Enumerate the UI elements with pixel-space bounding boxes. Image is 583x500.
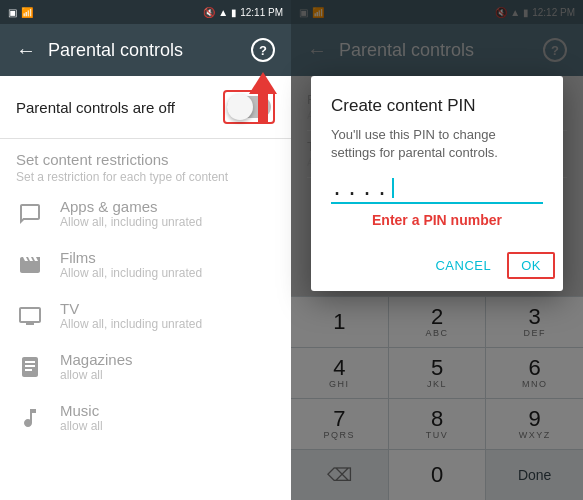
magazines-subtitle: allow all — [60, 368, 275, 382]
dialog-actions: CANCEL OK — [311, 244, 563, 291]
pin-input-row: .... — [331, 176, 543, 204]
apps-games-title: Apps & games — [60, 198, 275, 215]
right-panel: ▣ 📶 🔇 ▲ ▮ 12:12 PM ← Parental controls ?… — [291, 0, 583, 500]
dialog-title: Create content PIN — [331, 96, 543, 116]
mute-icon: 🔇 — [203, 7, 215, 18]
pin-cursor — [392, 178, 394, 198]
pin-dots: .... — [331, 176, 391, 200]
section-subtitle: Set a restriction for each type of conte… — [16, 170, 275, 184]
tv-text: TV Allow all, including unrated — [60, 300, 275, 331]
music-subtitle: allow all — [60, 419, 275, 433]
apps-games-text: Apps & games Allow all, including unrate… — [60, 198, 275, 229]
list-item-films[interactable]: Films Allow all, including unrated — [0, 239, 291, 290]
apps-games-subtitle: Allow all, including unrated — [60, 215, 275, 229]
battery-icon: ▮ — [231, 7, 237, 18]
left-status-bar: ▣ 📶 🔇 ▲ ▮ 12:11 PM — [0, 0, 291, 24]
apps-games-icon — [16, 200, 44, 228]
status-icons: ▣ 📶 — [8, 7, 33, 18]
content-restrictions-section: Set content restrictions Set a restricti… — [0, 139, 291, 188]
music-icon — [16, 404, 44, 432]
films-title: Films — [60, 249, 275, 266]
toggle-label: Parental controls are off — [16, 99, 175, 116]
list-item-tv[interactable]: TV Allow all, including unrated — [0, 290, 291, 341]
help-button[interactable]: ? — [251, 38, 275, 62]
tv-title: TV — [60, 300, 275, 317]
status-right: 🔇 ▲ ▮ 12:11 PM — [203, 7, 283, 18]
music-text: Music allow all — [60, 402, 275, 433]
section-title: Set content restrictions — [16, 151, 275, 168]
left-app-bar: ← Parental controls ? — [0, 24, 291, 76]
screen-icon: ▣ — [8, 7, 17, 18]
list-item-music[interactable]: Music allow all — [0, 392, 291, 443]
dialog-content: Create content PIN You'll use this PIN t… — [311, 76, 563, 244]
signal-icon: 📶 — [21, 7, 33, 18]
films-icon — [16, 251, 44, 279]
left-panel: ▣ 📶 🔇 ▲ ▮ 12:11 PM ← Parental controls ?… — [0, 0, 291, 500]
enter-pin-label: Enter a PIN number — [331, 212, 543, 228]
back-button[interactable]: ← — [16, 39, 36, 62]
list-item-apps-games[interactable]: Apps & games Allow all, including unrate… — [0, 188, 291, 239]
magazines-icon — [16, 353, 44, 381]
arrow-shaft — [258, 94, 268, 122]
films-text: Films Allow all, including unrated — [60, 249, 275, 280]
arrow-head — [249, 72, 277, 94]
music-title: Music — [60, 402, 275, 419]
dialog-overlay: Create content PIN You'll use this PIN t… — [291, 0, 583, 500]
magazines-text: Magazines allow all — [60, 351, 275, 382]
dialog-body: You'll use this PIN to change settings f… — [331, 126, 543, 162]
ok-button[interactable]: OK — [507, 252, 555, 279]
time-left: 12:11 PM — [240, 7, 283, 18]
arrow-annotation — [249, 72, 277, 122]
wifi-icon: ▲ — [218, 7, 228, 18]
page-title: Parental controls — [48, 40, 239, 61]
parental-controls-toggle-row: Parental controls are off — [0, 76, 291, 139]
tv-icon — [16, 302, 44, 330]
create-pin-dialog: Create content PIN You'll use this PIN t… — [311, 76, 563, 291]
list-item-magazines[interactable]: Magazines allow all — [0, 341, 291, 392]
tv-subtitle: Allow all, including unrated — [60, 317, 275, 331]
films-subtitle: Allow all, including unrated — [60, 266, 275, 280]
magazines-title: Magazines — [60, 351, 275, 368]
cancel-button[interactable]: CANCEL — [427, 252, 499, 279]
